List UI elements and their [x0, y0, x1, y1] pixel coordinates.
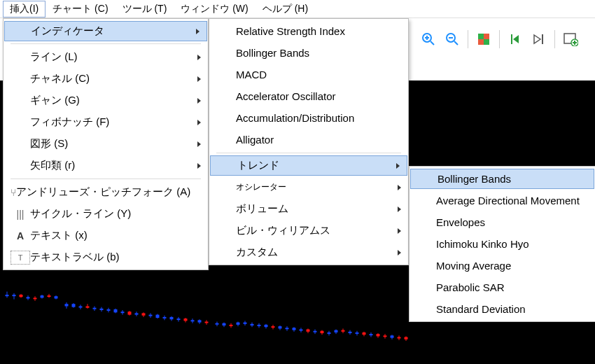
menu-window[interactable]: ウィンドウ (W): [174, 1, 255, 18]
menu-item-label: Standard Deviation: [436, 303, 575, 315]
menu-item-label: トレンド: [237, 159, 388, 172]
svg-marker-126: [513, 35, 519, 43]
svg-rect-25: [93, 308, 97, 309]
menu-item-adx[interactable]: Average Directional Movement: [410, 190, 595, 211]
menu-item-label: ライン (L): [30, 50, 188, 64]
zoom-in-icon[interactable]: [420, 31, 437, 48]
grid-icon[interactable]: [475, 31, 492, 48]
menu-item-accelerator-oscillator[interactable]: Accelerator Oscillator: [209, 85, 408, 107]
menu-item-label: 矢印類 (r): [30, 159, 188, 172]
submenu-arrow-icon: [197, 98, 201, 104]
menu-item-label: Bollinger Bands: [236, 47, 388, 59]
menu-item-indicators[interactable]: インディケータ: [4, 21, 207, 41]
svg-rect-77: [279, 326, 282, 328]
svg-rect-29: [107, 309, 111, 311]
svg-rect-7: [27, 297, 30, 298]
menu-item-label: Parabolic SAR: [436, 281, 575, 293]
svg-rect-23: [86, 307, 90, 308]
svg-rect-65: [237, 323, 240, 325]
submenu-arrow-icon: [197, 163, 201, 169]
menu-item-volumes[interactable]: ボリューム: [209, 198, 408, 220]
svg-rect-105: [377, 334, 380, 336]
menu-item-bill-williams[interactable]: ビル・ウィリアムス: [209, 220, 408, 241]
svg-rect-111: [398, 337, 401, 339]
svg-rect-95: [342, 330, 345, 332]
menu-item-cycle-lines[interactable]: |||サイクル・ライン (Y): [4, 203, 208, 225]
svg-rect-49: [177, 318, 181, 320]
submenu-arrow-icon: [396, 163, 400, 169]
menu-item-label: ビル・ウィリアムス: [236, 224, 388, 237]
menu-item-arrows[interactable]: 矢印類 (r): [4, 155, 208, 176]
menu-insert[interactable]: 挿入(I): [3, 1, 46, 18]
menu-help[interactable]: ヘルプ (H): [255, 1, 315, 18]
svg-rect-69: [251, 324, 254, 326]
menu-item-label: Accelerator Oscillator: [236, 90, 388, 102]
menu-item-label: Bollinger Bands: [438, 173, 575, 185]
svg-rect-37: [135, 313, 139, 314]
menubar: 挿入(I) チャート (C) ツール (T) ウィンドウ (W) ヘルプ (H): [0, 0, 595, 18]
menu-item-label: インディケータ: [31, 24, 188, 38]
svg-rect-67: [244, 323, 247, 324]
menu-separator: [10, 178, 201, 179]
shift-end-icon[interactable]: [531, 31, 547, 48]
menu-item-standard-deviation[interactable]: Standard Deviation: [410, 298, 595, 320]
menu-chart[interactable]: チャート (C): [46, 1, 115, 18]
menu-item-ichimoku[interactable]: Ichimoku Kinko Hyo: [410, 233, 595, 255]
svg-rect-99: [356, 332, 359, 334]
indicators-submenu: Relative Strength Index Bollinger Bands …: [209, 18, 409, 265]
menu-item-label: ボリューム: [236, 202, 388, 216]
menu-item-oscillators[interactable]: オシレーター: [209, 176, 408, 198]
menu-item-parabolic-sar[interactable]: Parabolic SAR: [410, 276, 595, 298]
menu-tools[interactable]: ツール (T): [115, 1, 174, 18]
toolbar-separator: [554, 30, 555, 48]
menu-item-macd[interactable]: MACD: [209, 64, 408, 85]
menu-item-label: サイクル・ライン (Y): [30, 207, 188, 220]
submenu-arrow-icon: [196, 29, 200, 34]
svg-rect-5: [20, 295, 23, 297]
menu-item-label: カスタム: [236, 246, 388, 259]
submenu-arrow-icon: [197, 76, 201, 82]
svg-rect-47: [170, 317, 174, 319]
menu-item-moving-average[interactable]: Moving Average: [410, 255, 595, 276]
svg-rect-59: [216, 323, 219, 325]
svg-rect-11: [41, 295, 44, 298]
svg-rect-71: [258, 325, 261, 326]
cycle-lines-icon: |||: [10, 207, 30, 221]
svg-rect-21: [79, 307, 83, 308]
toolbar-separator: [499, 30, 500, 48]
menu-item-andrews-pitchfork[interactable]: ⑂アンドリューズ・ピッチフォーク (A): [4, 181, 208, 203]
menu-item-label: Moving Average: [436, 260, 575, 272]
svg-rect-63: [230, 325, 233, 326]
menu-item-fibonacci[interactable]: フィボナッチ (F): [4, 111, 208, 133]
menu-item-accumulation-distribution[interactable]: Accumulation/Distribution: [209, 107, 408, 129]
indicators-icon[interactable]: [562, 31, 579, 48]
svg-rect-101: [363, 332, 366, 335]
menu-item-text-label[interactable]: Tテキストラベル (b): [4, 246, 208, 268]
svg-line-115: [430, 41, 434, 45]
menu-item-custom[interactable]: カスタム: [209, 241, 408, 263]
zoom-out-icon[interactable]: [444, 31, 461, 48]
menu-item-channel[interactable]: チャネル (C): [4, 68, 208, 90]
menu-item-label: Ichimoku Kinko Hyo: [436, 238, 575, 250]
menu-item-text[interactable]: Aテキスト (x): [4, 225, 208, 246]
text-icon: A: [10, 229, 30, 243]
svg-rect-73: [265, 325, 268, 327]
toolbar-separator: [468, 30, 468, 48]
menu-item-line[interactable]: ライン (L): [4, 46, 208, 68]
svg-rect-109: [391, 335, 394, 337]
svg-rect-123: [478, 39, 484, 45]
menu-item-trend-bollinger-bands[interactable]: Bollinger Bands: [410, 169, 594, 189]
menu-item-bollinger-bands[interactable]: Bollinger Bands: [209, 42, 408, 64]
menu-item-label: アンドリューズ・ピッチフォーク (A): [16, 186, 190, 199]
menu-item-rsi[interactable]: Relative Strength Index: [209, 20, 408, 42]
svg-rect-33: [121, 312, 125, 313]
svg-rect-122: [484, 34, 489, 39]
menu-item-envelopes[interactable]: Envelopes: [410, 211, 595, 233]
scroll-start-icon[interactable]: [507, 31, 524, 48]
menu-item-gann[interactable]: ギャン (G): [4, 90, 208, 111]
menu-item-alligator[interactable]: Alligator: [209, 129, 408, 150]
menu-item-shapes[interactable]: 図形 (S): [4, 133, 208, 155]
submenu-arrow-icon: [197, 55, 201, 60]
menu-item-trend[interactable]: トレンド: [210, 155, 407, 176]
svg-rect-3: [13, 295, 16, 296]
